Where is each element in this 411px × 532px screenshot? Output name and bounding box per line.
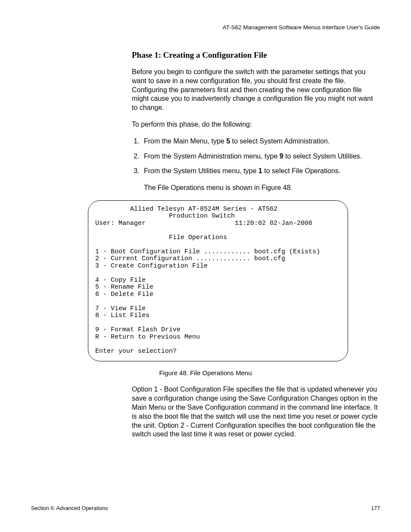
lead-in-paragraph: To perform this phase, do the following: [132, 120, 378, 129]
figure-caption: Figure 48. File Operations Menu [31, 369, 380, 376]
steps-list: From the Main Menu, type 5 to select Sys… [132, 137, 378, 176]
figure-reference-note: The File Operations menu is shown in Fig… [144, 184, 378, 193]
term-line-title2: Production Switch [95, 213, 341, 220]
step-2-text-a: From the System Administration menu, typ… [144, 152, 280, 160]
term-blank-6 [95, 341, 341, 348]
term-opt-3: 3 - Create Configuration File [95, 263, 341, 270]
term-blank-2 [95, 241, 341, 249]
running-header: AT-S62 Management Software Menus Interfa… [31, 24, 380, 31]
term-opt-5: 5 - Rename File [95, 284, 341, 291]
body-content-2: Option 1 - Boot Configuration File speci… [132, 385, 378, 439]
term-blank-1 [95, 227, 341, 234]
page-footer: Section II: Advanced Operations 177 [31, 505, 380, 511]
body-content: Phase 1: Creating a Configuration File B… [132, 50, 378, 193]
step-3-key: 1 [258, 167, 262, 174]
term-opt-8: 8 - List Files [95, 312, 341, 320]
step-1: From the Main Menu, type 5 to select Sys… [141, 137, 378, 146]
page: AT-S62 Management Software Menus Interfa… [0, 0, 411, 532]
term-user-right: 11:20:02 02-Jan-2006 [235, 220, 312, 227]
term-blank-4 [95, 298, 341, 305]
terminal-box: Allied Telesyn AT-8524M Series - ATS62 P… [88, 200, 348, 362]
step-3-text-c: to select File Operations. [262, 167, 340, 174]
step-3: From the System Utilities menu, type 1 t… [141, 167, 378, 176]
term-line-user: User: Manager 11:20:02 02-Jan-2006 [95, 220, 341, 227]
term-opt-6: 6 - Delete File [95, 291, 341, 299]
intro-paragraph: Before you begin to configure the switch… [132, 68, 378, 112]
step-1-text-c: to select System Administration. [230, 137, 330, 145]
term-user-left: User: Manager [95, 220, 146, 227]
term-line-title1: Allied Telesyn AT-8524M Series - ATS62 [95, 206, 341, 213]
footer-section-label: Section II: Advanced Operations [31, 505, 108, 511]
term-opt-2: 2 - Current Configuration ..............… [95, 255, 341, 263]
term-opt-7: 7 - View File [95, 305, 341, 313]
phase-heading: Phase 1: Creating a Configuration File [132, 50, 378, 60]
step-2: From the System Administration menu, typ… [141, 152, 378, 161]
step-3-text-a: From the System Utilities menu, type [144, 167, 258, 174]
terminal-figure: Allied Telesyn AT-8524M Series - ATS62 P… [88, 200, 348, 362]
explanation-paragraph: Option 1 - Boot Configuration File speci… [132, 385, 378, 439]
term-blank-3 [95, 270, 341, 277]
step-2-text-c: to select System Utilities. [283, 152, 362, 160]
step-1-text-a: From the Main Menu, type [144, 137, 226, 145]
term-line-subtitle: File Operations [95, 234, 341, 242]
step-2-key: 9 [280, 152, 283, 160]
step-1-key: 5 [226, 137, 230, 145]
term-opt-4: 4 - Copy File [95, 277, 341, 284]
term-opt-r: R - Return to Previous Menu [95, 334, 341, 341]
term-prompt: Enter your selection? [95, 348, 341, 355]
term-opt-1: 1 - Boot Configuration File ............… [95, 249, 341, 256]
term-blank-5 [95, 320, 341, 327]
term-opt-9: 9 - Format Flash Drive [95, 327, 341, 334]
footer-page-number: 177 [371, 505, 380, 511]
